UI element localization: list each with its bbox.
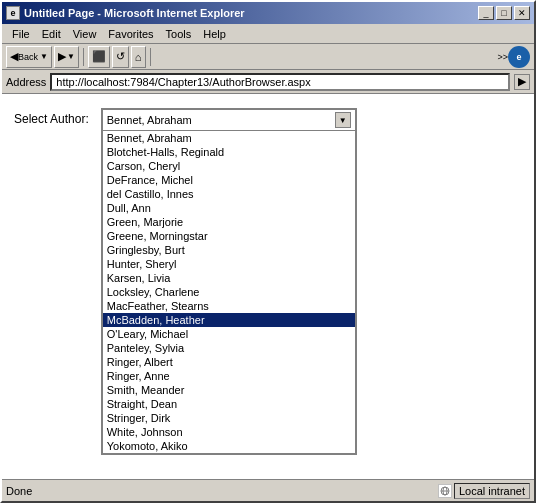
select-author-row: Select Author: Bennet, Abraham ▼ Bennet,…: [14, 108, 522, 455]
content-area: Select Author: Bennet, Abraham ▼ Bennet,…: [2, 94, 534, 479]
selected-author-text: Bennet, Abraham: [107, 114, 192, 126]
menu-favorites[interactable]: Favorites: [102, 26, 159, 42]
list-item[interactable]: Stringer, Dirk: [103, 411, 355, 425]
zone-label: Local intranet: [454, 483, 530, 499]
intranet-icon-svg: [440, 486, 450, 496]
close-button[interactable]: ✕: [514, 6, 530, 20]
forward-dropdown-icon: ▼: [67, 52, 75, 61]
list-item[interactable]: Ringer, Anne: [103, 369, 355, 383]
select-author-label: Select Author:: [14, 108, 89, 126]
list-item[interactable]: Straight, Dean: [103, 397, 355, 411]
list-item[interactable]: Blotchet-Halls, Reginald: [103, 145, 355, 159]
toolbar-sep-1: [83, 48, 84, 66]
home-button[interactable]: ⌂: [131, 46, 146, 68]
toolbar-sep-2: [150, 48, 151, 66]
minimize-button[interactable]: _: [478, 6, 494, 20]
forward-arrow-icon: ▶: [58, 50, 66, 63]
window-title: Untitled Page - Microsoft Internet Explo…: [24, 7, 245, 19]
menu-file[interactable]: File: [6, 26, 36, 42]
author-dropdown-container: Bennet, Abraham ▼ Bennet, AbrahamBlotche…: [101, 108, 357, 455]
status-text: Done: [6, 485, 32, 497]
list-item[interactable]: Green, Marjorie: [103, 215, 355, 229]
zone-icon: [438, 484, 452, 498]
window-controls: _ □ ✕: [478, 6, 530, 20]
list-item[interactable]: Panteley, Sylvia: [103, 341, 355, 355]
ie-window: e Untitled Page - Microsoft Internet Exp…: [0, 0, 536, 503]
stop-icon: ⬛: [92, 50, 106, 63]
refresh-button[interactable]: ↺: [112, 46, 129, 68]
title-bar: e Untitled Page - Microsoft Internet Exp…: [2, 2, 534, 24]
status-left: Done: [6, 485, 438, 497]
list-item[interactable]: McBadden, Heather: [103, 313, 355, 327]
author-listbox[interactable]: Bennet, AbrahamBlotchet-Halls, ReginaldC…: [101, 130, 357, 455]
ie-icon: e: [6, 6, 20, 20]
list-item[interactable]: Gringlesby, Burt: [103, 243, 355, 257]
back-button[interactable]: ◀ Back ▼: [6, 46, 52, 68]
status-bar: Done Local intranet: [2, 479, 534, 501]
address-go-button[interactable]: ▶: [514, 74, 530, 90]
address-input[interactable]: [56, 76, 504, 88]
menu-view[interactable]: View: [67, 26, 103, 42]
list-item[interactable]: Bennet, Abraham: [103, 131, 355, 145]
menu-tools[interactable]: Tools: [160, 26, 198, 42]
toolbar-right: >> e: [497, 46, 530, 68]
back-dropdown-icon: ▼: [40, 52, 48, 61]
menu-help[interactable]: Help: [197, 26, 232, 42]
address-label: Address: [6, 76, 46, 88]
menu-edit[interactable]: Edit: [36, 26, 67, 42]
list-item[interactable]: Karsen, Livia: [103, 271, 355, 285]
forward-button[interactable]: ▶ ▼: [54, 46, 79, 68]
list-item[interactable]: Dull, Ann: [103, 201, 355, 215]
list-item[interactable]: DeFrance, Michel: [103, 173, 355, 187]
list-item[interactable]: Carson, Cheryl: [103, 159, 355, 173]
list-item[interactable]: Yokomoto, Akiko: [103, 439, 355, 453]
list-item[interactable]: White, Johnson: [103, 425, 355, 439]
title-bar-left: e Untitled Page - Microsoft Internet Exp…: [6, 6, 245, 20]
refresh-icon: ↺: [116, 50, 125, 63]
ie-logo: e: [508, 46, 530, 68]
address-bar: Address ▶: [2, 70, 534, 94]
maximize-button[interactable]: □: [496, 6, 512, 20]
list-item[interactable]: Locksley, Charlene: [103, 285, 355, 299]
menu-bar: File Edit View Favorites Tools Help: [2, 24, 534, 44]
back-arrow-icon: ◀: [10, 50, 18, 63]
list-item[interactable]: Hunter, Sheryl: [103, 257, 355, 271]
dropdown-arrow-icon[interactable]: ▼: [335, 112, 351, 128]
list-item[interactable]: O'Leary, Michael: [103, 327, 355, 341]
list-item[interactable]: Greene, Morningstar: [103, 229, 355, 243]
toolbar-more-button[interactable]: >>: [497, 52, 508, 62]
list-item[interactable]: del Castillo, Innes: [103, 187, 355, 201]
list-item[interactable]: MacFeather, Stearns: [103, 299, 355, 313]
toolbar: ◀ Back ▼ ▶ ▼ ⬛ ↺ ⌂ >> e: [2, 44, 534, 70]
back-label: Back: [18, 52, 38, 62]
list-item[interactable]: Smith, Meander: [103, 383, 355, 397]
address-input-container: [50, 73, 510, 91]
status-right: Local intranet: [438, 483, 530, 499]
stop-button[interactable]: ⬛: [88, 46, 110, 68]
home-icon: ⌂: [135, 51, 142, 63]
author-combobox[interactable]: Bennet, Abraham ▼: [101, 108, 357, 130]
list-item[interactable]: Ringer, Albert: [103, 355, 355, 369]
